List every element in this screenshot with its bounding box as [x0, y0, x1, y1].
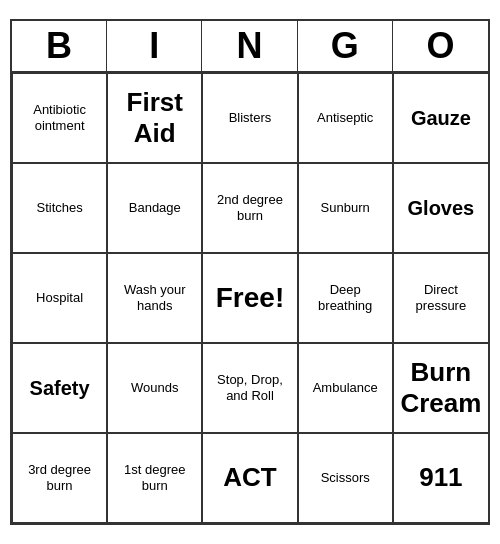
- bingo-cell-17[interactable]: Stop, Drop, and Roll: [202, 343, 297, 433]
- bingo-cell-0[interactable]: Antibiotic ointment: [12, 73, 107, 163]
- bingo-cell-18[interactable]: Ambulance: [298, 343, 393, 433]
- bingo-grid: Antibiotic ointmentFirst AidBlistersAnti…: [12, 73, 488, 523]
- bingo-cell-13[interactable]: Deep breathing: [298, 253, 393, 343]
- bingo-cell-12[interactable]: Free!: [202, 253, 297, 343]
- header-letter-n: N: [202, 21, 297, 71]
- bingo-cell-11[interactable]: Wash your hands: [107, 253, 202, 343]
- bingo-cell-8[interactable]: Sunburn: [298, 163, 393, 253]
- header-letter-b: B: [12, 21, 107, 71]
- bingo-cell-2[interactable]: Blisters: [202, 73, 297, 163]
- bingo-cell-19[interactable]: Burn Cream: [393, 343, 488, 433]
- bingo-cell-9[interactable]: Gloves: [393, 163, 488, 253]
- header-letter-g: G: [298, 21, 393, 71]
- bingo-cell-6[interactable]: Bandage: [107, 163, 202, 253]
- bingo-cell-5[interactable]: Stitches: [12, 163, 107, 253]
- bingo-cell-23[interactable]: Scissors: [298, 433, 393, 523]
- bingo-cell-24[interactable]: 911: [393, 433, 488, 523]
- header-letter-o: O: [393, 21, 488, 71]
- bingo-cell-15[interactable]: Safety: [12, 343, 107, 433]
- bingo-cell-3[interactable]: Antiseptic: [298, 73, 393, 163]
- bingo-cell-20[interactable]: 3rd degree burn: [12, 433, 107, 523]
- bingo-cell-21[interactable]: 1st degree burn: [107, 433, 202, 523]
- bingo-cell-22[interactable]: ACT: [202, 433, 297, 523]
- bingo-cell-14[interactable]: Direct pressure: [393, 253, 488, 343]
- bingo-cell-1[interactable]: First Aid: [107, 73, 202, 163]
- bingo-cell-10[interactable]: Hospital: [12, 253, 107, 343]
- bingo-cell-16[interactable]: Wounds: [107, 343, 202, 433]
- bingo-cell-4[interactable]: Gauze: [393, 73, 488, 163]
- bingo-header: BINGO: [12, 21, 488, 73]
- bingo-cell-7[interactable]: 2nd degree burn: [202, 163, 297, 253]
- bingo-card: BINGO Antibiotic ointmentFirst AidBliste…: [10, 19, 490, 525]
- header-letter-i: I: [107, 21, 202, 71]
